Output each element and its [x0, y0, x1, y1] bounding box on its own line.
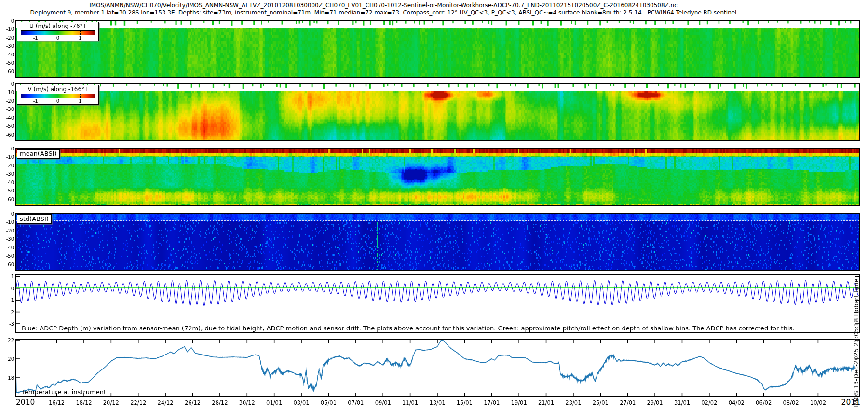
y-tick-label: -50	[0, 60, 14, 66]
y-tick-label: -2	[0, 310, 14, 315]
std-absi-heatmap	[16, 214, 859, 270]
mean-absi-heatmap	[16, 149, 859, 205]
colorbar-tick-label: 1	[79, 35, 81, 41]
panel-depth-variation	[15, 274, 860, 333]
y-tick-label: 0	[0, 18, 14, 24]
y-tick-label: -60	[0, 69, 14, 74]
x-tick-label: 02/02	[699, 399, 720, 406]
y-tick-label: -30	[0, 107, 14, 112]
x-tick-label: 06/02	[753, 399, 774, 406]
x-tick-label: 17/01	[481, 399, 502, 406]
x-tick-label: 09/01	[372, 399, 393, 406]
x-tick-label: 19/01	[508, 399, 529, 406]
colorbar-tick-label: 1	[79, 98, 81, 104]
panel-mean-absi	[15, 148, 860, 206]
v-velocity-heatmap	[16, 84, 859, 140]
y-tick-label: 0	[0, 146, 14, 151]
x-tick-label: 29/01	[644, 399, 665, 406]
x-tick-label: 07/01	[345, 399, 366, 406]
y-tick-label: -20	[0, 228, 14, 233]
legend-u: U (m/s) along -76°T -101	[17, 22, 99, 41]
y-tick-label: -20	[0, 163, 14, 168]
colorbar-tick-label: 0	[56, 35, 59, 41]
x-tick-label: 27/01	[617, 399, 638, 406]
y-tick-label: -40	[0, 245, 14, 250]
depth-caption: Blue: ADCP Depth (m) variation from sens…	[22, 325, 794, 332]
y-tick-label: -10	[0, 219, 14, 225]
y-tick-label: -1	[0, 298, 14, 303]
y-tick-label: -60	[0, 132, 14, 137]
x-tick-label: 08/02	[780, 399, 801, 406]
x-tick-label: 16/12	[46, 399, 68, 406]
y-tick-label: 18	[0, 375, 14, 381]
u-colorbar	[21, 30, 95, 35]
v-colorbar	[21, 94, 95, 98]
y-tick-label: -30	[0, 43, 14, 49]
y-tick-label: 0	[0, 211, 14, 217]
title-line2: Deployment 9, member 1 lat=30.28S lon=15…	[0, 9, 767, 16]
y-tick-label: -50	[0, 253, 14, 259]
legend-v: V (m/s) along -166°T -101	[17, 85, 99, 105]
title-line1: IMOS/ANMN/NSW/CH070/Velocity/IMOS_ANMN-N…	[0, 2, 767, 9]
x-tick-label: 28/12	[209, 399, 231, 406]
x-tick-label: 01/01	[264, 399, 285, 406]
x-tick-label: 13/01	[427, 399, 448, 406]
y-tick-label: 1	[0, 274, 14, 279]
y-tick-label: -60	[0, 262, 14, 267]
x-tick-label: 21/01	[536, 399, 557, 406]
x-tick-label: 20/12	[100, 399, 122, 406]
y-tick-label: -50	[0, 188, 14, 193]
std-absi-label: std(ABSI)	[17, 214, 52, 224]
y-tick-label: -30	[0, 236, 14, 242]
y-tick-label: -60	[0, 197, 14, 202]
y-tick-label: -20	[0, 35, 14, 41]
x-tick-label: 22/12	[128, 399, 149, 406]
y-tick-label: 20	[0, 356, 14, 362]
x-tick-label: 11/01	[400, 399, 421, 406]
x-tick-label: 26/12	[182, 399, 203, 406]
colorbar-tick-label: -1	[33, 98, 38, 104]
y-tick-label: -40	[0, 180, 14, 185]
x-tick-label: 31/01	[671, 399, 692, 406]
y-tick-label: -50	[0, 123, 14, 129]
y-tick-label: 0	[0, 286, 14, 291]
colorbar-tick-label: -1	[33, 35, 38, 41]
x-tick-label: 24/12	[155, 399, 176, 406]
x-tick-label: 25/01	[590, 399, 611, 406]
x-tick-label: 15/01	[454, 399, 475, 406]
depth-variation-plot	[16, 275, 859, 332]
temp-caption: Temperature at instrument	[22, 388, 106, 396]
x-tick-label: 05/01	[318, 399, 339, 406]
x-tick-label: 23/01	[563, 399, 584, 406]
y-tick-label: -20	[0, 98, 14, 104]
y-tick-label: 22	[0, 338, 14, 343]
x-axis-year-start: 2010	[16, 398, 35, 407]
y-tick-label: -3	[0, 321, 14, 327]
panel-std-absi	[15, 213, 860, 271]
y-tick-label: -30	[0, 171, 14, 177]
x-tick-label: 03/01	[291, 399, 312, 406]
y-tick-label: -40	[0, 115, 14, 121]
legend-u-title: U (m/s) along -76°T	[17, 22, 98, 29]
adcp-figure: IMOS/ANMN/NSW/CH070/Velocity/IMOS_ANMN-N…	[0, 0, 868, 410]
temperature-plot	[16, 340, 859, 396]
y-tick-label: -10	[0, 154, 14, 160]
y-tick-label: -10	[0, 90, 14, 95]
x-tick-label: 04/02	[726, 399, 747, 406]
legend-v-title: V (m/s) along -166°T	[17, 85, 98, 93]
y-tick-label: -40	[0, 52, 14, 57]
colorbar-tick-label: 0	[56, 98, 59, 104]
x-tick-label: 18/12	[73, 399, 95, 406]
mean-absi-label: mean(ABSI)	[17, 149, 60, 159]
panel-u-velocity	[15, 20, 860, 78]
panel-temperature	[15, 339, 860, 397]
x-tick-label: 30/12	[236, 399, 258, 406]
x-tick-label: 10/02	[807, 399, 828, 406]
u-velocity-heatmap	[16, 21, 859, 77]
y-tick-label: -10	[0, 27, 14, 32]
panel-v-velocity	[15, 83, 860, 141]
watermark: © IMOS 13-Dec-2025 23:05:18 Hobart time	[853, 278, 860, 410]
y-tick-label: 0	[0, 82, 14, 87]
